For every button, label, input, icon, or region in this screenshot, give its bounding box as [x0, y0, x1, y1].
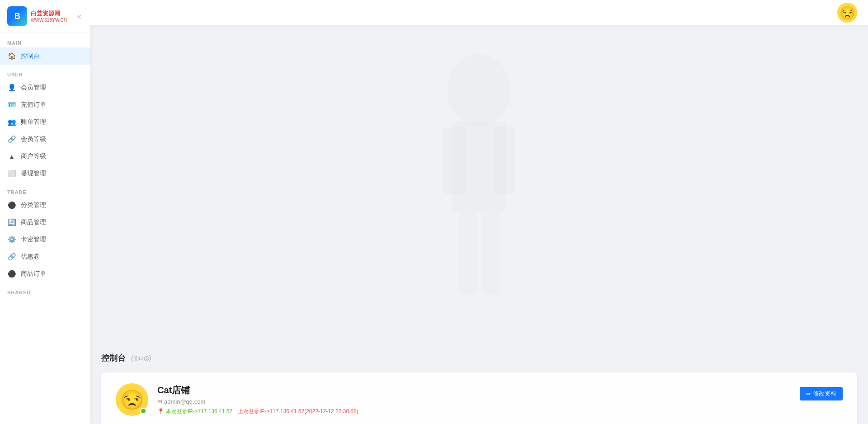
- sidebar-item-recharge[interactable]: 🪪 充值订单: [0, 96, 90, 113]
- sidebar-item-dashboard[interactable]: 🏠 控制台: [0, 47, 90, 65]
- withdraw-icon: ⬜: [7, 169, 16, 178]
- sidebar-item-accounts[interactable]: 👥 账单管理: [0, 113, 90, 131]
- sidebar-item-coupon[interactable]: 🔗 优惠卷: [0, 248, 90, 265]
- sidebar-item-goods[interactable]: 🔄 商品管理: [0, 214, 90, 231]
- svg-rect-5: [481, 212, 500, 294]
- sidebar-item-label: 商品订单: [21, 270, 46, 278]
- profile-email: ✉ admin@qq.com: [157, 398, 843, 405]
- sidebar-section-user: USER: [0, 65, 90, 79]
- sidebar: B 白芸资源网 WWW.528YW.CN « MAIN 🏠 控制台 USER 👤…: [0, 0, 90, 424]
- edit-profile-button[interactable]: ✏ 修改资料: [800, 387, 843, 400]
- sidebar-item-label: 优惠卷: [21, 253, 40, 261]
- sidebar-item-label: 会员管理: [21, 84, 46, 92]
- sidebar-item-label: 分类管理: [21, 201, 46, 209]
- sidebar-collapse-btn[interactable]: «: [75, 11, 83, 22]
- svg-rect-3: [493, 127, 515, 194]
- merchant-level-icon: ▲: [7, 152, 16, 161]
- dashboard-icon: 🏠: [7, 52, 16, 61]
- profile-avatar: 😒: [116, 383, 148, 416]
- sidebar-item-card[interactable]: ⚙️ 卡密管理: [0, 231, 90, 248]
- site-url: WWW.528YW.CN: [31, 18, 67, 23]
- profile-name: Cat店铺: [157, 384, 843, 396]
- bg-image-svg: [362, 36, 597, 353]
- sidebar-item-merchant-level[interactable]: ▲ 商户等级: [0, 148, 90, 165]
- accounts-icon: 👥: [7, 118, 16, 127]
- edit-icon: ✏: [806, 391, 811, 397]
- sidebar-section-trade: TRADE: [0, 182, 90, 197]
- sidebar-item-members[interactable]: 👤 会员管理: [0, 79, 90, 96]
- last-ip: 上次登录IP->117.136.41.52(2022-12-12 22:30:5…: [238, 408, 359, 415]
- sidebar-item-label: 卡密管理: [21, 236, 46, 244]
- topbar: 😒: [90, 0, 868, 25]
- avatar-emoji: 😒: [120, 389, 144, 411]
- sidebar-item-label: 提现管理: [21, 170, 46, 178]
- svg-rect-4: [459, 212, 477, 294]
- sidebar-section-shared: SHARED: [0, 283, 90, 297]
- sidebar-item-label: 会员等级: [21, 135, 46, 143]
- logo-icon: B: [7, 6, 27, 26]
- logo-text-block: 白芸资源网 WWW.528YW.CN: [31, 10, 67, 23]
- category-icon: ⚫: [7, 201, 16, 210]
- page-subtitle: (◎ω◎): [131, 354, 151, 362]
- background-overlay: [101, 36, 857, 353]
- svg-rect-1: [452, 122, 506, 212]
- card-icon: ⚙️: [7, 235, 16, 244]
- goods-icon: 🔄: [7, 218, 16, 227]
- member-level-icon: 🔗: [7, 135, 16, 144]
- sidebar-item-withdraw[interactable]: ⬜ 提现管理: [0, 165, 90, 182]
- online-indicator: [140, 408, 146, 414]
- sidebar-item-label: 商品管理: [21, 218, 46, 226]
- avatar-button[interactable]: 😒: [837, 3, 857, 23]
- svg-rect-2: [443, 127, 466, 194]
- sidebar-item-order[interactable]: ⚫ 商品订单: [0, 265, 90, 283]
- location-icon: 📍: [157, 408, 164, 415]
- members-icon: 👤: [7, 83, 16, 92]
- recharge-icon: 🪪: [7, 100, 16, 109]
- order-icon: ⚫: [7, 269, 16, 278]
- sidebar-item-label: 商户等级: [21, 152, 46, 160]
- page-title: 控制台: [101, 353, 126, 363]
- sidebar-item-label: 充值订单: [21, 101, 46, 109]
- sidebar-item-label: 控制台: [21, 52, 40, 60]
- page-header: 控制台 (◎ω◎): [101, 353, 857, 363]
- current-ip: 📍 本次登录IP->117.136.41.52: [157, 408, 232, 415]
- svg-point-0: [448, 54, 511, 127]
- site-name: 白芸资源网: [31, 10, 67, 18]
- coupon-icon: 🔗: [7, 252, 16, 261]
- main-area: 😒 控制台 (◎ω◎) 😒: [90, 0, 868, 424]
- sidebar-item-label: 账单管理: [21, 118, 46, 126]
- sidebar-item-category[interactable]: ⚫ 分类管理: [0, 197, 90, 214]
- email-icon: ✉: [157, 398, 162, 405]
- sidebar-logo: B 白芸资源网 WWW.528YW.CN «: [0, 0, 90, 33]
- sidebar-section-main: MAIN: [0, 33, 90, 47]
- profile-info: Cat店铺 ✉ admin@qq.com 📍 本次登录IP->117.136.4…: [157, 384, 843, 415]
- content-area: 控制台 (◎ω◎) 😒 Cat店铺 ✉ admin@qq.com 📍 本次登录I…: [90, 25, 868, 424]
- sidebar-item-member-level[interactable]: 🔗 会员等级: [0, 131, 90, 148]
- profile-card: 😒 Cat店铺 ✉ admin@qq.com 📍 本次登录IP->117.136…: [101, 372, 857, 424]
